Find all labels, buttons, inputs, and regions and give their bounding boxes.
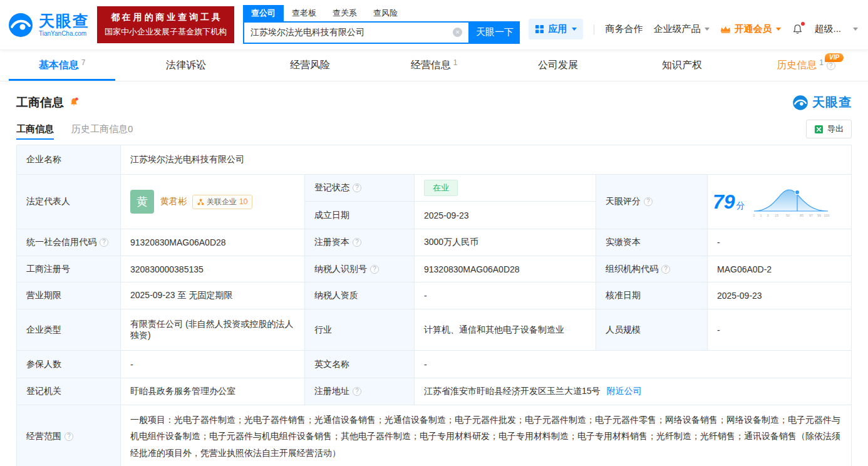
table-row: 营业期限 2025-09-23 至 无固定期限 纳税人资质 - 核准日期 202… bbox=[17, 282, 852, 309]
export-button[interactable]: 导出 bbox=[806, 120, 852, 138]
promo-line2: 国家中小企业发展子基金旗下机构 bbox=[105, 26, 227, 38]
avatar[interactable]: 黄 bbox=[130, 190, 154, 214]
nav-enterprise-products[interactable]: 企业级产品 bbox=[653, 23, 710, 35]
credit-code-value: 91320830MAG06A0D28 bbox=[121, 229, 305, 256]
watermark-logo: 天眼查 bbox=[792, 94, 852, 111]
score-unit: 分 bbox=[736, 200, 745, 210]
reg-authority-value: 盱眙县政务服务管理办公室 bbox=[121, 378, 305, 405]
svg-text:15: 15 bbox=[775, 214, 778, 217]
search-input[interactable] bbox=[251, 28, 453, 38]
tianyancha-logo-icon bbox=[8, 12, 34, 38]
field-label: 纳税人识别号 bbox=[305, 256, 415, 282]
status-badge: 在业 bbox=[424, 180, 458, 196]
svg-text:97: 97 bbox=[809, 214, 813, 217]
company-type-value: 有限责任公司 (非自然人投资或控股的法人独资) bbox=[121, 309, 305, 351]
tianyancha-logo[interactable]: 天眼查 TianYanCha.com bbox=[8, 12, 90, 38]
tab-intellectual-property[interactable]: 知识产权 bbox=[620, 50, 744, 81]
field-label: 营业期限 bbox=[17, 282, 121, 309]
nearby-companies-link[interactable]: 附近公司 bbox=[607, 386, 642, 396]
field-label: 企业名称 bbox=[17, 145, 121, 175]
tab-legal-proceedings[interactable]: 法律诉讼 bbox=[124, 50, 248, 81]
chevron-down-icon bbox=[776, 28, 781, 31]
subtab-row: 工商信息 历史工商信息0 导出 bbox=[0, 115, 868, 143]
tab-operating-info[interactable]: 经营信息1 bbox=[372, 50, 496, 81]
svg-text:1: 1 bbox=[760, 214, 762, 217]
field-label: 英文名称 bbox=[305, 351, 415, 378]
svg-text:3: 3 bbox=[767, 214, 768, 217]
nav-super-vip[interactable]: 超级... bbox=[814, 23, 841, 35]
clear-search-icon[interactable]: × bbox=[453, 28, 462, 37]
vip-badge: VIP bbox=[825, 53, 844, 62]
monitor-bell-button[interactable] bbox=[69, 97, 79, 110]
subtab-business-info[interactable]: 工商信息 bbox=[16, 115, 54, 143]
industry-value: 计算机、通信和其他电子设备制造业 bbox=[415, 309, 596, 351]
field-label: 注册资本 bbox=[305, 229, 415, 256]
related-companies-badge[interactable]: 关联企业 10 bbox=[192, 195, 252, 209]
field-label: 人员规模 bbox=[596, 309, 708, 351]
help-icon[interactable] bbox=[100, 238, 108, 247]
nav-open-vip[interactable]: 开通会员 bbox=[720, 23, 781, 35]
table-row: 登记机关 盱眙县政务服务管理办公室 注册地址 江苏省淮安市盱眙县经济开发区玉兰大… bbox=[17, 378, 852, 405]
help-icon[interactable] bbox=[827, 61, 835, 70]
field-label: 成立日期 bbox=[305, 202, 415, 229]
field-label: 法定代表人 bbox=[17, 175, 121, 229]
apps-label: 应用 bbox=[548, 23, 567, 35]
divider bbox=[594, 24, 594, 34]
search-tab-company[interactable]: 查公司 bbox=[243, 5, 284, 21]
subtab-history-business-info[interactable]: 历史工商信息0 bbox=[71, 115, 133, 143]
field-label: 统一社会信用代码 bbox=[17, 229, 121, 256]
help-icon[interactable] bbox=[65, 432, 73, 441]
table-row: 工商注册号 320830000385135 纳税人识别号 91320830MAG… bbox=[17, 256, 852, 282]
notification-dot bbox=[801, 22, 805, 26]
tab-history-info[interactable]: VIP 历史信息1 bbox=[744, 50, 868, 81]
tab-company-development[interactable]: 公司发展 bbox=[496, 50, 620, 81]
tianyancha-logo-icon bbox=[792, 95, 809, 111]
promo-line1: 都 在 用 的 商 业 查 询 工 具 bbox=[105, 12, 227, 23]
field-label: 注册地址 bbox=[305, 378, 415, 405]
english-name-value: - bbox=[415, 351, 852, 378]
svg-text:0: 0 bbox=[753, 214, 755, 217]
reg-capital-value: 3000万人民币 bbox=[415, 229, 596, 256]
field-label: 组织机构代码 bbox=[596, 256, 708, 282]
search-block: 查公司 查老板 查关系 查风险 × 天眼一下 bbox=[243, 6, 520, 44]
search-tab-boss[interactable]: 查老板 bbox=[284, 5, 324, 21]
legal-rep-cell: 黄 黄君彬 关联企业 10 bbox=[121, 175, 305, 229]
approval-date-value: 2025-09-23 bbox=[708, 282, 852, 309]
help-icon[interactable] bbox=[370, 265, 379, 274]
staff-size-value: - bbox=[708, 309, 852, 351]
help-icon[interactable] bbox=[353, 238, 361, 247]
tab-operating-risk[interactable]: 经营风险 bbox=[248, 50, 372, 81]
svg-text:99: 99 bbox=[817, 214, 821, 217]
notifications-bell[interactable] bbox=[792, 23, 803, 35]
help-icon[interactable] bbox=[353, 387, 361, 396]
table-row: 统一社会信用代码 91320830MAG06A0D28 注册资本 3000万人民… bbox=[17, 229, 852, 256]
excel-icon bbox=[814, 125, 824, 134]
svg-text:100: 100 bbox=[824, 214, 829, 217]
search-tab-risk[interactable]: 查风险 bbox=[365, 5, 406, 21]
reg-address-value: 江苏省淮安市盱眙县经济开发区玉兰大道15号 bbox=[424, 386, 601, 396]
legal-rep-name-link[interactable]: 黄君彬 bbox=[160, 196, 187, 207]
apps-menu[interactable]: 应用 bbox=[529, 19, 583, 39]
chevron-down-icon bbox=[572, 28, 577, 31]
chevron-down-icon[interactable] bbox=[853, 28, 858, 31]
field-label: 企业类型 bbox=[17, 309, 121, 351]
taxpayer-quality-value: - bbox=[415, 282, 596, 309]
field-label: 登记状态 bbox=[305, 175, 415, 202]
field-label: 登记机关 bbox=[17, 378, 121, 405]
table-row: 企业类型 有限责任公司 (非自然人投资或控股的法人独资) 行业 计算机、通信和其… bbox=[17, 309, 852, 351]
paid-capital-value: - bbox=[708, 229, 852, 256]
help-icon[interactable] bbox=[644, 197, 653, 206]
top-header: 天眼查 TianYanCha.com 都 在 用 的 商 业 查 询 工 具 国… bbox=[0, 0, 868, 50]
tab-basic-info[interactable]: 基本信息7 bbox=[0, 50, 124, 81]
company-detail-tabs: 基本信息7 法律诉讼 经营风险 经营信息1 公司发展 知识产权 VIP 历史信息… bbox=[0, 50, 868, 81]
search-tab-relation[interactable]: 查关系 bbox=[324, 5, 365, 21]
search-box: × bbox=[243, 21, 470, 44]
field-label: 核准日期 bbox=[596, 282, 708, 309]
tab-count: 1 bbox=[453, 58, 458, 67]
search-button[interactable]: 天眼一下 bbox=[470, 21, 520, 44]
nav-business-cooperation[interactable]: 商务合作 bbox=[605, 23, 643, 35]
help-icon[interactable] bbox=[353, 184, 361, 192]
reg-status-cell: 在业 bbox=[415, 175, 596, 202]
help-icon[interactable] bbox=[661, 265, 670, 274]
brand-domain: TianYanCha.com bbox=[39, 31, 90, 38]
